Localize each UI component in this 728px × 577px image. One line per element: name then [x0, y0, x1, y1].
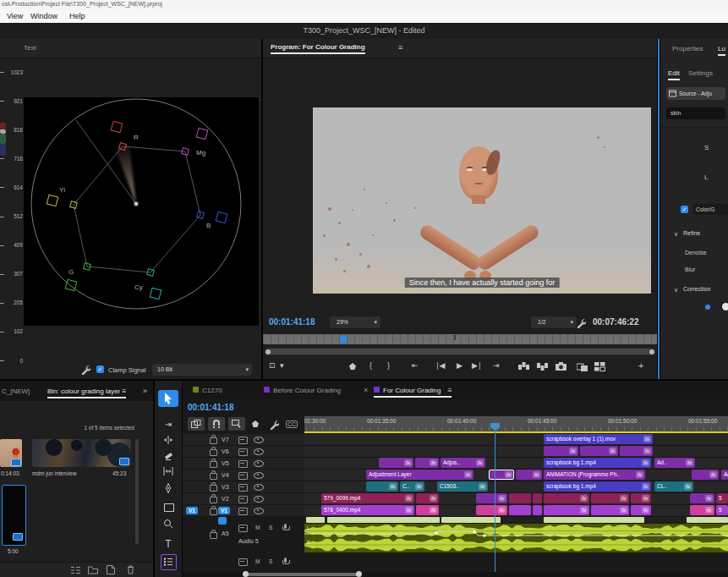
scopes-settings-wrench-icon[interactable] [80, 365, 90, 375]
audio-clip-collapsed[interactable] [687, 517, 728, 523]
selection-tool[interactable] [158, 390, 178, 407]
timeline-clip[interactable]: fx [544, 493, 589, 503]
razor-tool[interactable] [163, 451, 173, 461]
menu-help[interactable]: Help [69, 12, 85, 20]
correction-collapse-icon[interactable] [674, 286, 678, 294]
timeline-clip[interactable]: scrapbook bg 1.mp4fx [544, 481, 651, 492]
voice-over-mic-icon[interactable] [284, 524, 287, 529]
timeline-clip[interactable]: fx [516, 470, 542, 480]
timeline-clip[interactable]: scrapbook bg 1.mp4fx [544, 458, 651, 468]
lock-icon[interactable] [210, 485, 217, 492]
bit-depth-dropdown[interactable]: 10 Bit [152, 364, 252, 376]
program-settings-wrench-icon[interactable] [576, 318, 586, 328]
tab-project-partial[interactable]: C_[NEW] [2, 387, 30, 395]
program-playhead[interactable] [340, 336, 347, 343]
program-video[interactable]: Since then, I have actually started goin… [313, 107, 651, 294]
audio-clip-collapsed[interactable] [441, 517, 501, 523]
toggle-track-output-eye-icon[interactable] [254, 484, 264, 491]
lock-icon[interactable] [210, 473, 217, 480]
tab-sequence-before[interactable]: Before Colour Grading [264, 387, 341, 394]
lock-icon[interactable] [210, 461, 217, 468]
track-target-badge[interactable]: V1 [218, 507, 230, 514]
eyedropper-icon[interactable] [722, 303, 728, 310]
audio-track-target-badge[interactable] [218, 517, 227, 525]
tab-sequence-for-colour-grading[interactable]: For Colour Grading [374, 387, 452, 398]
program-scrollbar[interactable] [265, 348, 655, 355]
bin-item-name[interactable]: mdm jun interview [32, 470, 76, 476]
new-bin-folder-icon[interactable] [88, 566, 98, 574]
timeline-clip[interactable]: fx [366, 481, 398, 492]
timeline-clip[interactable]: Adjustment Layerfx [366, 470, 473, 480]
program-current-timecode[interactable]: 00:01:41:18 [269, 317, 315, 327]
track-sync-icon[interactable] [238, 472, 248, 480]
zoom-handle-left[interactable] [243, 571, 249, 577]
zoom-level-dropdown[interactable]: 29% [330, 316, 380, 328]
panel-menu-icon[interactable] [448, 387, 452, 394]
solo-button[interactable]: S [269, 558, 272, 564]
lock-icon[interactable] [210, 497, 217, 503]
close-tab-icon[interactable] [364, 386, 368, 394]
timeline-clip[interactable]: CL..fx [654, 481, 693, 492]
extract-button[interactable] [537, 362, 548, 371]
multi-camera-view-button[interactable] [594, 362, 605, 371]
bin-item-thumbnail[interactable] [32, 439, 131, 467]
toggle-track-output-eye-icon[interactable] [254, 496, 264, 503]
go-to-in-button[interactable] [412, 361, 419, 370]
mute-button[interactable]: M [255, 558, 260, 564]
timeline-clip[interactable]: scrapbook overlay 1 (1).movfx [544, 434, 653, 444]
timeline-scrollbar-bar[interactable] [245, 573, 359, 576]
track-sync-icon[interactable] [238, 558, 248, 566]
audio-clip-collapsed[interactable] [327, 517, 440, 523]
comparison-view-button[interactable] [577, 362, 588, 371]
source-clip-button[interactable]: Source - Adju [666, 87, 725, 100]
insert-overwrite-toggle[interactable] [188, 417, 205, 431]
menu-window[interactable]: Window [30, 12, 57, 20]
add-marker-button[interactable] [252, 420, 259, 427]
timeline-clip[interactable]: fx [591, 505, 629, 515]
track-sync-icon[interactable] [238, 448, 248, 456]
timeline-clip[interactable]: fx [591, 493, 629, 503]
tab-properties[interactable]: Properties [672, 45, 703, 52]
timeline-clip[interactable] [533, 505, 542, 515]
go-to-out-button[interactable] [493, 361, 500, 370]
step-back-button[interactable] [435, 361, 445, 370]
timeline-clip[interactable]: fx [415, 458, 439, 468]
timeline-clip[interactable] [509, 493, 531, 503]
tab-bin-active[interactable]: Bin: colour grading layer [47, 387, 126, 398]
selection-name-input[interactable]: skin [666, 107, 725, 119]
slip-tool[interactable] [163, 466, 173, 476]
playback-resolution-dropdown[interactable]: 1/2 [531, 316, 577, 328]
timeline-clip[interactable]: fx [631, 493, 651, 503]
timeline-clip[interactable]: fx [476, 493, 507, 503]
timeline-current-timecode[interactable]: 00:01:41:18 [188, 403, 233, 412]
timeline-clip[interactable]: fx [416, 493, 439, 503]
timeline-clip[interactable]: fx [692, 470, 719, 480]
trash-icon[interactable] [127, 565, 134, 574]
button-editor-plus[interactable] [638, 361, 643, 370]
bin-item-thumbnail[interactable] [0, 439, 22, 467]
bin-item-thumbnail-selected[interactable] [2, 485, 26, 546]
timeline-scrollbar[interactable] [183, 572, 728, 577]
timeline-clip[interactable]: fx [544, 446, 578, 456]
toggle-track-output-eye-icon[interactable] [254, 437, 264, 443]
add-marker-button[interactable] [349, 363, 356, 370]
tab-lumetri[interactable]: Lu [718, 45, 725, 56]
timeline-clip[interactable]: fx [544, 505, 589, 515]
toggle-track-output-eye-icon[interactable] [254, 508, 264, 514]
solo-button[interactable]: S [269, 525, 272, 530]
timeline-clip[interactable]: Ad [721, 470, 728, 480]
type-tool[interactable] [155, 538, 182, 550]
timeline-clip[interactable]: Adjus..fx [441, 458, 485, 468]
lock-icon[interactable] [210, 449, 217, 456]
track-sync-icon[interactable] [238, 525, 248, 532]
tab-sequence-c1270[interactable]: C1270 [193, 387, 222, 394]
new-item-icon[interactable] [107, 565, 115, 574]
tab-settings[interactable]: Settings [688, 69, 713, 77]
timeline-clip[interactable]: C..fx [400, 481, 424, 492]
timeline-clip[interactable] [509, 505, 531, 515]
timeline-ruler[interactable]: 01:30:0000:01:35:0000:01:40:0000:01:45:0… [304, 416, 728, 431]
bin-scrollbar[interactable] [135, 439, 139, 544]
clamp-signal-checkbox[interactable] [96, 365, 104, 373]
track-sync-icon[interactable] [238, 496, 248, 503]
track-sync-icon[interactable] [238, 437, 248, 444]
